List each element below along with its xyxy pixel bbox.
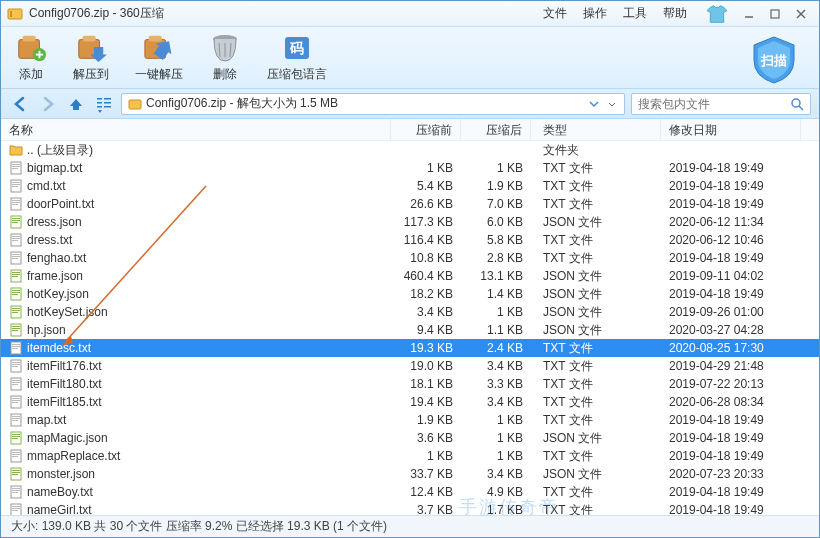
file-row[interactable]: nameGirl.txt3.7 KB1.7 KBTXT 文件2019-04-18… xyxy=(1,501,819,516)
file-pre-cell: 1 KB xyxy=(391,161,461,175)
svg-rect-60 xyxy=(12,276,18,277)
file-row[interactable]: cmd.txt5.4 KB1.9 KBTXT 文件2019-04-18 19:4… xyxy=(1,177,819,195)
svg-rect-70 xyxy=(12,326,20,327)
file-name-cell: mmapReplace.txt xyxy=(1,449,391,463)
col-post[interactable]: 压缩后 xyxy=(461,119,531,140)
path-bar[interactable]: Config0706.zip - 解包大小为 1.5 MB xyxy=(121,93,625,115)
maximize-button[interactable] xyxy=(763,5,787,23)
theme-icon[interactable] xyxy=(707,5,727,23)
col-name[interactable]: 名称 xyxy=(1,119,391,140)
svg-rect-83 xyxy=(12,382,20,383)
svg-rect-74 xyxy=(12,344,20,345)
file-date-cell: 2020-06-12 11:34 xyxy=(661,215,801,229)
file-date-cell: 2019-04-18 19:49 xyxy=(661,485,801,499)
svg-rect-1 xyxy=(10,11,12,17)
file-name-cell: itemdesc.txt xyxy=(1,341,391,355)
file-date-cell: 2019-04-18 19:49 xyxy=(661,431,801,445)
svg-rect-12 xyxy=(83,36,96,42)
svg-rect-43 xyxy=(12,202,20,203)
file-row[interactable]: hotKey.json18.2 KB1.4 KBJSON 文件2019-04-1… xyxy=(1,285,819,303)
file-row[interactable]: nameBoy.txt12.4 KB4.9 KBTXT 文件2019-04-18… xyxy=(1,483,819,501)
search-input[interactable] xyxy=(638,97,790,111)
file-row[interactable]: doorPoint.txt26.6 KB7.0 KBTXT 文件2019-04-… xyxy=(1,195,819,213)
file-date-cell: 2019-04-29 21:48 xyxy=(661,359,801,373)
file-row[interactable]: map.txt1.9 KB1 KBTXT 文件2019-04-18 19:49 xyxy=(1,411,819,429)
file-post-cell: 7.0 KB xyxy=(461,197,531,211)
file-post-cell: 1 KB xyxy=(461,413,531,427)
file-name-cell: doorPoint.txt xyxy=(1,197,391,211)
file-row[interactable]: hp.json9.4 KB1.1 KBJSON 文件2020-03-27 04:… xyxy=(1,321,819,339)
file-post-cell: 2.8 KB xyxy=(461,251,531,265)
svg-rect-50 xyxy=(12,236,20,237)
file-row[interactable]: dress.json117.3 KB6.0 KBJSON 文件2020-06-1… xyxy=(1,213,819,231)
search-box[interactable] xyxy=(631,93,811,115)
file-row[interactable]: hotKeySet.json3.4 KB1 KBJSON 文件2019-09-2… xyxy=(1,303,819,321)
svg-rect-110 xyxy=(12,506,20,507)
col-type[interactable]: 类型 xyxy=(531,119,661,140)
close-button[interactable] xyxy=(789,5,813,23)
svg-rect-24 xyxy=(97,106,102,108)
file-type-cell: TXT 文件 xyxy=(531,448,661,465)
file-row[interactable]: itemFilt185.txt19.4 KB3.4 KBTXT 文件2020-0… xyxy=(1,393,819,411)
menu-help[interactable]: 帮助 xyxy=(663,5,687,22)
svg-rect-76 xyxy=(12,348,18,349)
scan-button[interactable]: 扫描 xyxy=(749,35,799,85)
add-button[interactable]: 添加 xyxy=(15,32,47,83)
view-options-button[interactable] xyxy=(93,93,115,115)
svg-rect-95 xyxy=(12,436,20,437)
file-date-cell: 2019-04-18 19:49 xyxy=(661,413,801,427)
extract-icon xyxy=(75,32,107,64)
nav-back-button[interactable] xyxy=(9,93,31,115)
search-icon[interactable] xyxy=(790,97,804,111)
file-row[interactable]: itemdesc.txt19.3 KB2.4 KBTXT 文件2020-08-2… xyxy=(1,339,819,357)
file-type-cell: TXT 文件 xyxy=(531,376,661,393)
extract-button[interactable]: 解压到 xyxy=(73,32,109,83)
file-row[interactable]: monster.json33.7 KB3.4 KBJSON 文件2020-07-… xyxy=(1,465,819,483)
nav-up-button[interactable] xyxy=(65,93,87,115)
col-pre[interactable]: 压缩前 xyxy=(391,119,461,140)
file-name-cell: .. (上级目录) xyxy=(1,142,391,159)
menu-operation[interactable]: 操作 xyxy=(583,5,607,22)
file-row[interactable]: dress.txt116.4 KB5.8 KBTXT 文件2020-06-12 … xyxy=(1,231,819,249)
file-post-cell: 1.1 KB xyxy=(461,323,531,337)
file-row[interactable]: bigmap.txt1 KB1 KBTXT 文件2019-04-18 19:49 xyxy=(1,159,819,177)
one-click-extract-button[interactable]: 一键解压 xyxy=(135,32,183,83)
file-row[interactable]: mapMagic.json3.6 KB1 KBJSON 文件2019-04-18… xyxy=(1,429,819,447)
file-post-cell: 1 KB xyxy=(461,431,531,445)
file-row[interactable]: mmapReplace.txt1 KB1 KBTXT 文件2019-04-18 … xyxy=(1,447,819,465)
svg-rect-66 xyxy=(12,308,20,309)
file-pre-cell: 33.7 KB xyxy=(391,467,461,481)
app-icon xyxy=(7,6,23,22)
file-row[interactable]: fenghao.txt10.8 KB2.8 KBTXT 文件2019-04-18… xyxy=(1,249,819,267)
file-row[interactable]: .. (上级目录)文件夹 xyxy=(1,141,819,159)
language-button[interactable]: 码 压缩包语言 xyxy=(267,32,327,83)
file-list[interactable]: .. (上级目录)文件夹bigmap.txt1 KB1 KBTXT 文件2019… xyxy=(1,141,819,516)
svg-rect-35 xyxy=(12,166,20,167)
one-click-label: 一键解压 xyxy=(135,66,183,83)
file-name-cell: map.txt xyxy=(1,413,391,427)
menu-tools[interactable]: 工具 xyxy=(623,5,647,22)
menu-file[interactable]: 文件 xyxy=(543,5,567,22)
svg-rect-88 xyxy=(12,402,18,403)
svg-rect-25 xyxy=(104,98,111,100)
file-row[interactable]: itemFilt176.txt19.0 KB3.4 KBTXT 文件2019-0… xyxy=(1,357,819,375)
nav-forward-button[interactable] xyxy=(37,93,59,115)
file-date-cell: 2019-04-18 19:49 xyxy=(661,161,801,175)
file-pre-cell: 12.4 KB xyxy=(391,485,461,499)
one-click-icon xyxy=(143,32,175,64)
svg-rect-71 xyxy=(12,328,20,329)
svg-rect-22 xyxy=(97,98,102,100)
path-dropdown-icon[interactable] xyxy=(606,98,618,110)
file-row[interactable]: frame.json460.4 KB13.1 KBJSON 文件2019-09-… xyxy=(1,267,819,285)
window-title: Config0706.zip - 360压缩 xyxy=(29,5,543,22)
delete-button[interactable]: 删除 xyxy=(209,32,241,83)
language-icon: 码 xyxy=(281,32,313,64)
chevron-down-icon[interactable] xyxy=(588,98,600,110)
file-post-cell: 1 KB xyxy=(461,449,531,463)
col-date[interactable]: 修改日期 xyxy=(661,119,801,140)
file-row[interactable]: itemFilt180.txt18.1 KB3.3 KBTXT 文件2019-0… xyxy=(1,375,819,393)
file-type-cell: TXT 文件 xyxy=(531,196,661,213)
status-text: 大小: 139.0 KB 共 30 个文件 压缩率 9.2% 已经选择 19.3… xyxy=(11,518,387,535)
file-name-cell: itemFilt176.txt xyxy=(1,359,391,373)
minimize-button[interactable] xyxy=(737,5,761,23)
